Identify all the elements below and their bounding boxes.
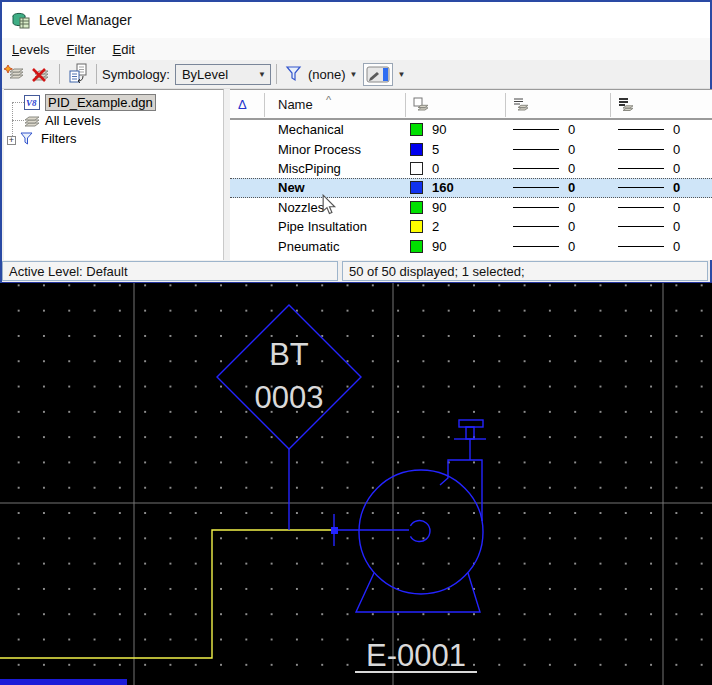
level-color-swatch[interactable]: [410, 181, 423, 194]
level-style-cell[interactable]: 0: [505, 239, 610, 254]
level-weight-cell[interactable]: 0: [610, 161, 712, 176]
filter-funnel-icon: [285, 64, 305, 84]
level-weight-cell[interactable]: 0: [610, 239, 712, 254]
delete-level-icon: [30, 64, 52, 84]
chevron-down-icon[interactable]: ▼: [397, 70, 405, 79]
import-levels-button[interactable]: [65, 62, 91, 86]
level-style-cell[interactable]: 0: [505, 180, 610, 195]
title-bar[interactable]: Level Manager: [2, 2, 710, 38]
tree-item-dgn-file[interactable]: V8 PID_Example.dgn: [24, 94, 156, 111]
chevron-down-icon[interactable]: ▼: [350, 70, 358, 79]
pump-discharge-outline[interactable]: [440, 460, 482, 521]
level-name[interactable]: MiscPiping: [264, 161, 405, 176]
level-color-cell[interactable]: 2: [405, 219, 505, 234]
sort-indicator-icon[interactable]: Δ: [238, 97, 247, 112]
level-style-value: 0: [568, 161, 575, 176]
display-summary-status: 50 of 50 displayed; 1 selected;: [342, 261, 708, 281]
table-row[interactable]: New 160 0 0: [230, 178, 712, 197]
level-weight-cell[interactable]: 0: [610, 142, 712, 157]
level-weight-value: 0: [673, 200, 680, 215]
level-color-cell[interactable]: 5: [405, 142, 505, 157]
column-header-weight-icon[interactable]: [618, 97, 634, 112]
level-color-cell[interactable]: 160: [405, 180, 505, 195]
table-row[interactable]: Nozzles 90 0 0: [230, 198, 712, 217]
menu-item-edit[interactable]: Edit: [113, 42, 135, 57]
level-weight-value: 0: [673, 142, 680, 157]
update-levels-button[interactable]: [363, 63, 393, 86]
table-row[interactable]: Pipe Insultation 2 0 0: [230, 217, 712, 236]
level-color-swatch[interactable]: [410, 220, 423, 233]
level-color-swatch[interactable]: [410, 201, 423, 214]
level-color-swatch[interactable]: [410, 162, 423, 175]
level-name[interactable]: Pipe Insultation: [264, 219, 405, 234]
level-color-swatch[interactable]: [410, 123, 423, 136]
level-style-line: [513, 129, 559, 130]
level-color-cell[interactable]: 90: [405, 239, 505, 254]
blue-geometry[interactable]: [217, 305, 486, 612]
level-name[interactable]: Mechanical: [264, 122, 405, 137]
level-color-swatch[interactable]: [410, 143, 423, 156]
valve-handwheel[interactable]: [459, 420, 483, 427]
toolbar-separator: [96, 64, 97, 84]
level-style-cell[interactable]: 0: [505, 142, 610, 157]
menu-item-levels[interactable]: Levels: [12, 42, 50, 57]
level-color-cell[interactable]: 90: [405, 122, 505, 137]
level-weight-cell[interactable]: 0: [610, 122, 712, 137]
level-color-swatch[interactable]: [410, 240, 423, 253]
import-levels-icon: [67, 63, 89, 85]
level-weight-line: [618, 246, 664, 247]
cad-drawing-view[interactable]: BT 0003 E-0001: [0, 283, 712, 685]
tree-item-all-levels[interactable]: All Levels: [24, 112, 101, 129]
level-style-cell[interactable]: 0: [505, 219, 610, 234]
level-table-body: Mechanical 90 0 0 Minor Process 5 0 0: [230, 120, 712, 256]
yellow-pipe-line[interactable]: [0, 530, 334, 658]
column-header-name[interactable]: Name: [278, 97, 313, 112]
level-color-cell[interactable]: 90: [405, 200, 505, 215]
table-row[interactable]: Mechanical 90 0 0: [230, 120, 712, 139]
column-separator[interactable]: [405, 93, 406, 117]
level-color-value: 0: [432, 161, 439, 176]
level-weight-value: 0: [673, 180, 680, 195]
level-weight-line: [618, 207, 664, 208]
menu-bar: LevelsFilterEdit: [2, 38, 710, 60]
active-level-status: Active Level: Default: [2, 261, 338, 281]
symbology-dropdown[interactable]: ByLevel ▼: [175, 64, 271, 85]
level-color-cell[interactable]: 0: [405, 161, 505, 176]
column-separator[interactable]: [264, 93, 265, 117]
level-style-line: [513, 246, 559, 247]
tree-item-filters[interactable]: Filters: [20, 130, 76, 147]
layers-icon: [24, 114, 40, 128]
column-separator[interactable]: [505, 93, 506, 117]
column-header-style-icon[interactable]: [513, 97, 529, 112]
level-style-value: 0: [568, 239, 575, 254]
level-color-value: 90: [432, 200, 446, 215]
table-row[interactable]: MiscPiping 0 0 0: [230, 159, 712, 178]
level-style-cell[interactable]: 0: [505, 122, 610, 137]
delete-level-button[interactable]: [28, 62, 54, 86]
level-weight-value: 0: [673, 239, 680, 254]
pump-body-circle[interactable]: [359, 470, 483, 594]
table-row[interactable]: Pneumatic 90 0 0: [230, 236, 712, 255]
level-name[interactable]: Minor Process: [264, 142, 405, 157]
table-row[interactable]: Minor Process 5 0 0: [230, 139, 712, 158]
column-header-color-icon[interactable]: [413, 97, 429, 112]
level-weight-cell[interactable]: 0: [610, 200, 712, 215]
active-level-text: Active Level: Default: [9, 264, 128, 279]
menu-item-filter[interactable]: Filter: [67, 42, 96, 57]
level-style-line: [513, 149, 559, 150]
instrument-tag-diamond[interactable]: [217, 305, 361, 449]
new-level-button[interactable]: [2, 62, 28, 86]
level-manager-window: Level Manager LevelsFilterEdit: [0, 0, 712, 283]
level-style-cell[interactable]: 0: [505, 161, 610, 176]
level-weight-cell[interactable]: 0: [610, 180, 712, 195]
column-separator[interactable]: [610, 93, 611, 117]
level-weight-cell[interactable]: 0: [610, 219, 712, 234]
level-style-cell[interactable]: 0: [505, 200, 610, 215]
filter-button[interactable]: [282, 62, 308, 86]
level-name[interactable]: Pneumatic: [264, 239, 405, 254]
level-style-line: [513, 168, 559, 169]
level-table: Δ Name ^ Mechanical 90: [230, 89, 712, 260]
toolbar-separator: [59, 64, 60, 84]
table-header[interactable]: Δ Name ^: [230, 90, 712, 120]
tree-expand-button[interactable]: +: [7, 136, 16, 145]
